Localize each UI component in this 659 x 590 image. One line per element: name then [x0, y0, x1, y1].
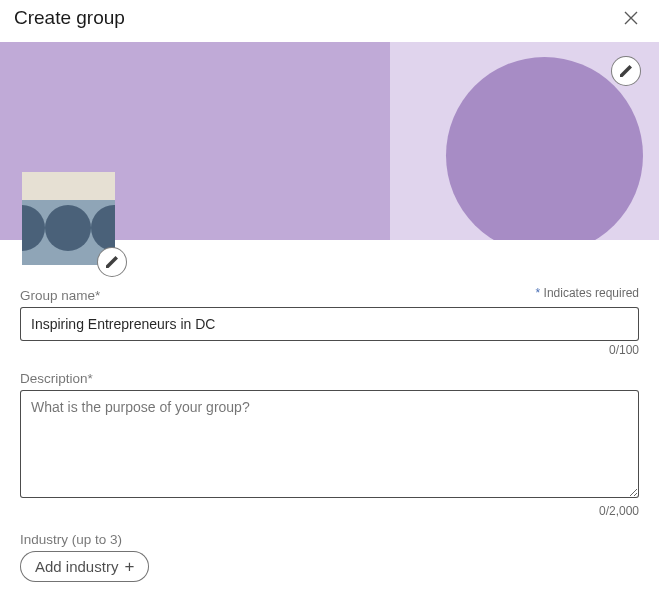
add-industry-button[interactable]: Add industry +: [20, 551, 149, 582]
description-textarea[interactable]: [20, 390, 639, 498]
banner-decorative-circle: [446, 57, 643, 240]
industry-label: Industry (up to 3): [20, 532, 639, 547]
close-icon: [621, 8, 641, 28]
group-name-counter: 0/100: [20, 343, 639, 357]
pencil-icon: [618, 63, 634, 79]
plus-icon: +: [124, 558, 134, 575]
add-industry-label: Add industry: [35, 558, 118, 575]
group-name-input[interactable]: [20, 307, 639, 341]
required-indicator-text: * Indicates required: [536, 286, 639, 300]
dialog-title: Create group: [14, 7, 125, 29]
description-label: Description*: [20, 371, 639, 386]
description-counter: 0/2,000: [20, 504, 639, 518]
close-button[interactable]: [617, 4, 645, 32]
edit-banner-button[interactable]: [611, 56, 641, 86]
